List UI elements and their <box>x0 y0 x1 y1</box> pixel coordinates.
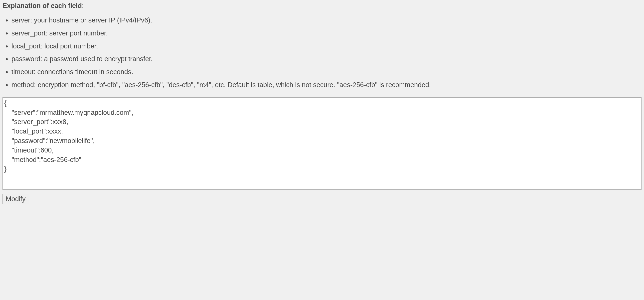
explanation-header-bold: Explanation of each field <box>2 2 82 10</box>
list-item: password: a password used to encrypt tra… <box>12 54 642 64</box>
list-item: server: your hostname or server IP (IPv4… <box>12 16 642 25</box>
list-item: method: encryption method, "bf-cfb", "ae… <box>12 80 642 90</box>
explanation-header-suffix: : <box>82 2 84 10</box>
config-json-textarea[interactable]: { "server":"mrmatthew.myqnapcloud.com", … <box>2 97 642 190</box>
list-item: local_port: local port number. <box>12 42 642 51</box>
field-explanation-list: server: your hostname or server IP (IPv4… <box>2 16 642 90</box>
explanation-header: Explanation of each field: <box>2 2 642 10</box>
modify-button[interactable]: Modify <box>2 194 29 204</box>
list-item: timeout: connections timeout in seconds. <box>12 68 642 77</box>
list-item: server_port: server port number. <box>12 29 642 38</box>
